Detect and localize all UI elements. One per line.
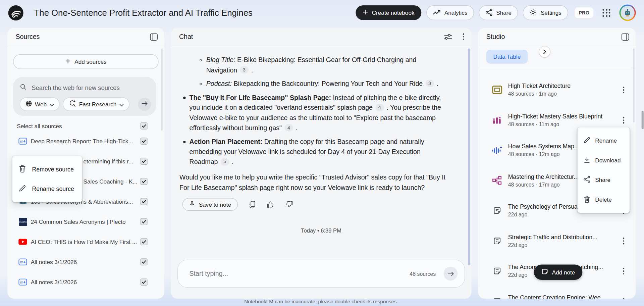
- notebook-title[interactable]: The One-Sentence Profit Extractor and AI…: [34, 8, 253, 17]
- message-text: The "Buy It For Life Basecamp" Splash Pa…: [189, 94, 331, 101]
- message-text: .: [435, 80, 438, 87]
- sources-panel-title: Sources: [16, 33, 40, 41]
- citation-chip[interactable]: 3: [240, 66, 249, 73]
- arrow-right-icon: [141, 101, 148, 108]
- source-context-menu: Remove source Rename source: [12, 156, 82, 202]
- studio-output-chips: Data Table: [486, 50, 628, 64]
- note-icon: [541, 268, 548, 276]
- chat-message-block: Action Plan Placement: Drafting the copy…: [179, 137, 446, 167]
- message-text: Bikepacking the Backcountry: Powering Yo…: [232, 80, 425, 87]
- chat-header: Chat: [171, 28, 471, 46]
- save-to-note-button[interactable]: Save to note: [182, 198, 238, 211]
- studio-header: Studio: [478, 28, 636, 46]
- analytics-button[interactable]: Analytics: [426, 5, 474, 20]
- citation-chip[interactable]: 5: [220, 158, 229, 165]
- download-menu-item[interactable]: Download: [578, 150, 630, 170]
- citation-chip[interactable]: 3: [425, 80, 434, 87]
- copy-icon[interactable]: [249, 201, 256, 208]
- source-row[interactable]: m All notes 3/1/2026: [7, 272, 164, 292]
- share-icon: [485, 8, 492, 17]
- source-checkbox[interactable]: [141, 238, 148, 245]
- add-sources-button[interactable]: Add sources: [13, 54, 158, 69]
- create-notebook-button[interactable]: Create notebook: [356, 5, 421, 20]
- user-avatar[interactable]: [620, 4, 636, 21]
- bullet-icon: [183, 97, 185, 99]
- bullet-icon: [200, 59, 202, 61]
- rename-source-menu-item[interactable]: Rename source: [12, 179, 82, 199]
- share-button[interactable]: Share: [479, 5, 518, 20]
- source-row[interactable]: m All notes 3/1/2026: [7, 252, 164, 272]
- collapse-panel-icon[interactable]: [150, 33, 158, 41]
- item-more-menu-icon[interactable]: [622, 297, 625, 299]
- chip-scroll-button[interactable]: [539, 46, 550, 57]
- research-mode-dropdown[interactable]: Fast Research: [63, 97, 129, 111]
- rename-menu-item[interactable]: Rename: [578, 131, 630, 150]
- delete-menu-item[interactable]: Delete: [578, 190, 630, 210]
- source-checkbox[interactable]: [141, 178, 148, 185]
- bar-chart-icon: [492, 115, 502, 124]
- chat-input[interactable]: Start typing...: [189, 270, 410, 277]
- notebooklm-logo-icon[interactable]: [8, 5, 23, 20]
- citation-chip[interactable]: 4: [375, 104, 384, 111]
- gear-icon: [530, 8, 537, 17]
- settings-button[interactable]: Settings: [523, 5, 568, 20]
- top-header: The One-Sentence Profit Extractor and AI…: [0, 0, 644, 26]
- chat-panel-title: Chat: [179, 33, 193, 41]
- chat-message-block: Blog Title: E-Bike Bikepacking: Essentia…: [179, 55, 446, 75]
- chat-settings-icon[interactable]: [444, 33, 452, 40]
- source-checkbox[interactable]: [141, 218, 148, 225]
- search-icon: [20, 84, 27, 92]
- source-row[interactable]: AI CEO: THIS is How I'd Make My First ..…: [7, 232, 164, 252]
- source-row[interactable]: PLECTO 24 Common Sales Acronyms | Plecto: [7, 212, 164, 232]
- thumbs-down-icon[interactable]: [285, 201, 293, 208]
- select-all-checkbox[interactable]: [141, 122, 148, 130]
- add-note-button[interactable]: Add note: [534, 265, 583, 280]
- source-checkbox[interactable]: [141, 278, 148, 286]
- data-table-icon: [492, 86, 502, 94]
- message-text: Would you like me to help you write the …: [179, 174, 445, 191]
- item-more-menu-icon[interactable]: [622, 267, 625, 275]
- window-scrollbar[interactable]: [642, 111, 644, 129]
- item-more-menu-icon[interactable]: [622, 116, 625, 124]
- chat-message-block: The "Buy It For Life Basecamp" Splash Pa…: [179, 93, 446, 133]
- citation-chip[interactable]: 4: [284, 124, 293, 132]
- message-text: E-Bike Bikepacking: Essential Gear for O…: [206, 56, 417, 73]
- google-apps-grid-icon[interactable]: [602, 9, 610, 16]
- chat-scrollbar[interactable]: [468, 48, 470, 265]
- source-checkbox[interactable]: [141, 198, 148, 205]
- chat-messages: Blog Title: E-Bike Bikepacking: Essentia…: [171, 46, 471, 193]
- source-row[interactable]: m Deep Research Report: The High-Tick...: [7, 131, 164, 151]
- expand-panel-icon[interactable]: [622, 33, 629, 41]
- disclaimer-text: NotebookLM can be inaccurate; please dou…: [171, 299, 471, 304]
- chat-composer[interactable]: Start typing... 48 sources: [177, 260, 465, 288]
- audio-waveform-icon: [492, 145, 502, 155]
- source-checkbox[interactable]: [141, 138, 148, 145]
- studio-scrollbar[interactable]: [633, 48, 635, 122]
- item-more-menu-icon[interactable]: [622, 237, 625, 245]
- search-submit-button[interactable]: [138, 98, 151, 111]
- search-input[interactable]: Search the web for new sources: [20, 82, 151, 93]
- data-table-chip[interactable]: Data Table: [486, 50, 528, 64]
- studio-item[interactable]: Strategic Traffic and Distribution...22d…: [478, 226, 636, 256]
- note-doc-icon: [492, 266, 502, 276]
- studio-item[interactable]: The Content Creation Engine: Wee...22d a…: [478, 286, 636, 299]
- source-checkbox[interactable]: [141, 258, 148, 265]
- source-checkbox[interactable]: [141, 158, 148, 165]
- remove-source-menu-item[interactable]: Remove source: [12, 159, 82, 179]
- source-list: m Deep Research Report: The High-Tick...…: [7, 131, 164, 292]
- share-menu-item[interactable]: Share: [578, 170, 630, 190]
- search-placeholder: Search the web for new sources: [32, 84, 119, 91]
- web-filter-dropdown[interactable]: Web: [20, 97, 59, 111]
- trash-icon: [584, 195, 590, 204]
- sources-header: Sources: [7, 28, 164, 46]
- globe-icon: [25, 100, 32, 108]
- pro-badge: PRO: [575, 7, 593, 18]
- studio-divider: [478, 68, 636, 68]
- studio-item[interactable]: High Ticket Architecture48 sources · 1m …: [478, 75, 636, 105]
- chevron-down-icon: [50, 101, 54, 108]
- thumbs-up-icon[interactable]: [266, 201, 274, 208]
- chat-more-menu-icon[interactable]: [462, 33, 465, 41]
- send-button[interactable]: [443, 267, 458, 281]
- item-more-menu-icon[interactable]: [622, 86, 625, 94]
- sources-scrollbar[interactable]: [161, 48, 163, 131]
